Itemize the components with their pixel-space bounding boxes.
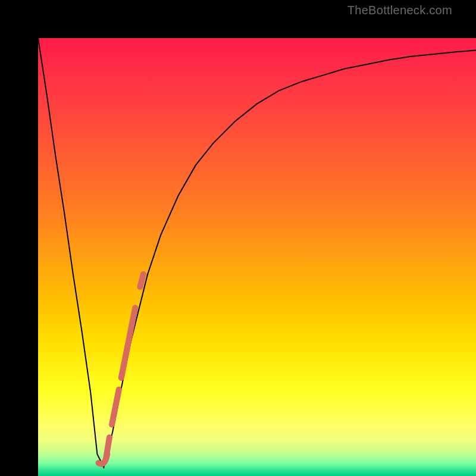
chart-frame <box>0 0 476 476</box>
bottleneck-curve <box>38 38 476 467</box>
highlight-segment <box>99 266 146 464</box>
watermark-text: TheBottleneck.com <box>347 4 452 17</box>
curve-svg <box>38 38 476 476</box>
plot-area <box>38 38 476 476</box>
